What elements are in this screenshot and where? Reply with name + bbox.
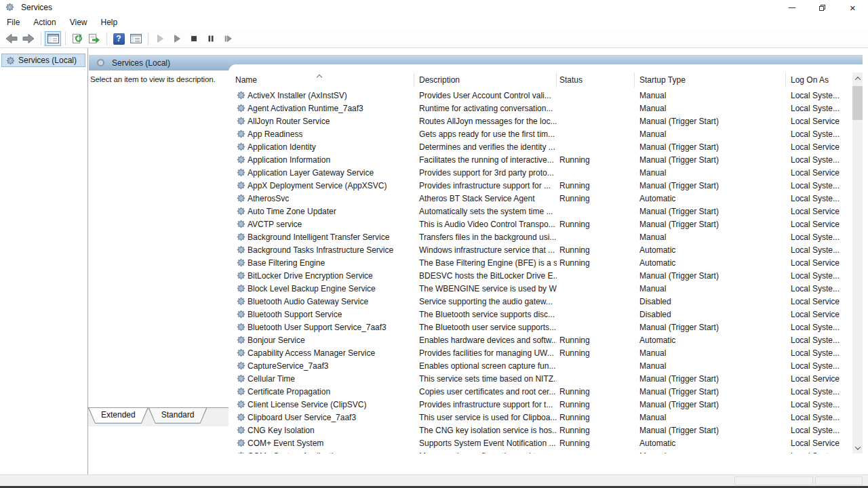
service-startup-type-cell: Automatic — [635, 194, 786, 203]
service-startup-type-cell: Manual (Trigger Start) — [635, 220, 786, 229]
service-row[interactable]: AppX Deployment Service (AppXSVC) Provid… — [229, 179, 852, 192]
menu-view[interactable]: View — [63, 16, 94, 28]
service-gear-icon — [237, 413, 245, 422]
service-row[interactable]: Bluetooth Support Service The Bluetooth … — [229, 308, 852, 321]
menu-help[interactable]: Help — [94, 16, 125, 28]
menu-action[interactable]: Action — [26, 16, 62, 28]
show-action-pane-button[interactable] — [127, 31, 144, 46]
service-row[interactable]: Application Information Facilitates the … — [229, 153, 852, 166]
service-description-cell: Provides infrastructure support for ... — [414, 181, 557, 190]
services-window: Services × File Action View Help — [0, 0, 868, 488]
service-startup-type-cell: Automatic — [635, 439, 786, 448]
service-row[interactable]: Client License Service (ClipSVC) Provide… — [229, 398, 852, 411]
forward-arrow-icon — [22, 33, 35, 44]
service-row[interactable]: Auto Time Zone Updater Automatically set… — [229, 205, 852, 218]
service-row[interactable]: AllJoyn Router Service Routes AllJoyn me… — [229, 115, 852, 127]
column-header-startup-type[interactable]: Startup Type — [635, 73, 786, 87]
service-row[interactable]: Background Tasks Infrastructure Service … — [229, 243, 852, 256]
service-row[interactable]: COM+ System Application Manages the conf… — [229, 449, 852, 453]
stop-service-button[interactable] — [186, 31, 202, 46]
service-logon-cell: Local Syste... — [786, 348, 852, 358]
close-button[interactable]: × — [837, 0, 868, 15]
show-console-tree-button[interactable] — [45, 31, 61, 46]
restart-service-button[interactable] — [220, 31, 236, 46]
list-column-headers: Name Description Status Startup Type Log… — [229, 73, 852, 87]
service-description-cell: This user service is used for Clipboa... — [414, 413, 557, 422]
service-logon-cell: Local Service — [786, 220, 852, 229]
title-bar[interactable]: Services × — [0, 0, 868, 15]
service-name-cell: Bluetooth User Support Service_7aaf3 — [229, 323, 414, 332]
service-row[interactable]: Certificate Propagation Copies user cert… — [229, 385, 852, 398]
service-status-cell: Running — [557, 336, 635, 345]
service-description-cell: The Bluetooth user service supports... — [414, 323, 557, 332]
export-list-button[interactable] — [86, 31, 102, 46]
service-description-cell: This service sets time based on NITZ... — [414, 374, 557, 384]
column-header-log-on-as[interactable]: Log On As — [786, 73, 852, 87]
refresh-button[interactable] — [69, 31, 85, 46]
service-row[interactable]: Clipboard User Service_7aaf3 This user s… — [229, 411, 852, 424]
tab-extended[interactable]: Extended — [88, 408, 149, 424]
service-name-cell: Background Intelligent Transfer Service — [229, 232, 414, 242]
service-row[interactable]: Bluetooth User Support Service_7aaf3 The… — [229, 321, 852, 333]
column-header-description[interactable]: Description — [414, 73, 557, 87]
service-gear-icon — [237, 129, 245, 138]
service-row[interactable]: Application Layer Gateway Service Provid… — [229, 166, 852, 179]
service-row[interactable]: CaptureService_7aaf3 Enables optional sc… — [229, 359, 852, 372]
service-row[interactable]: Base Filtering Engine The Base Filtering… — [229, 256, 852, 269]
service-gear-icon — [237, 155, 245, 164]
service-name-cell: Application Identity — [229, 142, 414, 152]
minimize-button[interactable] — [776, 0, 807, 15]
service-logon-cell: Local Syste... — [786, 271, 852, 281]
service-name-cell: Bluetooth Support Service — [229, 310, 414, 319]
service-row[interactable]: Background Intelligent Transfer Service … — [229, 230, 852, 243]
restart-icon — [223, 34, 233, 43]
forward-button[interactable] — [20, 31, 37, 46]
column-header-status[interactable]: Status — [557, 73, 635, 87]
service-row[interactable]: BitLocker Drive Encryption Service BDESV… — [229, 269, 852, 282]
service-gear-icon — [237, 400, 245, 409]
service-description-cell: The Bluetooth service supports disc... — [414, 310, 557, 319]
service-row[interactable]: App Readiness Gets apps ready for use th… — [229, 127, 852, 140]
tab-standard[interactable]: Standard — [149, 408, 208, 424]
service-row[interactable]: Bluetooth Audio Gateway Service Service … — [229, 295, 852, 308]
service-row[interactable]: Agent Activation Runtime_7aaf3 Runtime f… — [229, 102, 852, 115]
service-gear-icon — [237, 323, 245, 331]
service-row[interactable]: Capability Access Manager Service Provid… — [229, 346, 852, 359]
banner-title: Services (Local) — [112, 58, 170, 68]
service-description-cell: Service supporting the audio gatew... — [414, 297, 557, 306]
service-name-cell: Capability Access Manager Service — [229, 348, 414, 358]
start-service-button[interactable] — [152, 31, 168, 46]
restore-button[interactable] — [807, 0, 837, 15]
pause-service-button[interactable] — [203, 31, 219, 46]
service-row[interactable]: CNG Key Isolation The CNG key isolation … — [229, 424, 852, 436]
service-logon-cell: Local Service — [786, 117, 852, 126]
tree-item-services-local[interactable]: Services (Local) — [1, 54, 85, 67]
service-row[interactable]: Bonjour Service Enables hardware devices… — [229, 333, 852, 346]
service-row[interactable]: ActiveX Installer (AxInstSV) Provides Us… — [229, 89, 852, 102]
resume-service-button[interactable] — [169, 31, 185, 46]
service-logon-cell: Local Syste... — [786, 451, 852, 454]
service-description-cell: Enables optional screen capture fun... — [414, 361, 557, 371]
service-row[interactable]: AtherosSvc Atheros BT Stack Service Agen… — [229, 192, 852, 205]
scroll-down-button[interactable] — [852, 442, 863, 453]
help-button[interactable]: ? — [111, 31, 127, 46]
menu-file[interactable]: File — [0, 16, 26, 28]
service-logon-cell: Local Service — [786, 374, 852, 384]
service-logon-cell: Local Syste... — [786, 361, 852, 371]
vertical-scrollbar[interactable] — [852, 73, 863, 453]
toolbar-separator — [148, 32, 149, 45]
service-row[interactable]: Block Level Backup Engine Service The WB… — [229, 282, 852, 295]
service-startup-type-cell: Manual — [635, 348, 786, 358]
scrollbar-thumb[interactable] — [852, 86, 863, 120]
service-row[interactable]: COM+ Event System Supports System Event … — [229, 436, 852, 449]
service-row[interactable]: AVCTP service This is Audio Video Contro… — [229, 218, 852, 230]
service-gear-icon — [237, 181, 245, 190]
scroll-up-button[interactable] — [852, 73, 863, 84]
service-startup-type-cell: Manual (Trigger Start) — [635, 155, 786, 165]
back-button[interactable] — [3, 31, 20, 46]
service-description-cell: Determines and verifies the identity ... — [414, 142, 557, 152]
service-row[interactable]: Application Identity Determines and veri… — [229, 140, 852, 153]
service-description-cell: Windows infrastructure service that ... — [414, 245, 557, 255]
column-header-name[interactable]: Name — [229, 73, 414, 87]
service-row[interactable]: Cellular Time This service sets time bas… — [229, 372, 852, 385]
